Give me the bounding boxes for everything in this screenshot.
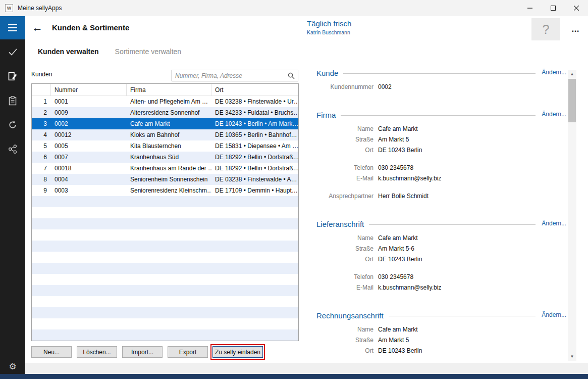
field-value: Am Markt 5-6 [378,245,414,252]
close-icon [574,6,579,11]
more-button[interactable]: … [567,22,584,36]
table-row[interactable]: 400012Kioks am BahnhofDE 10365 • Berlin … [32,129,298,140]
table-row[interactable]: 700018Kranhenhaus am Rande der …DE 18292… [32,163,298,174]
table-row-empty [32,285,298,296]
field-value: Cafe am Markt [378,326,418,333]
search-icon [288,72,295,79]
new-button[interactable]: Neu... [31,346,72,358]
table-row[interactable]: 90003Seniorenresidenz Kleinschm…DE 17109… [32,185,298,196]
maximize-icon [551,6,556,11]
table-row[interactable]: 60007Kranhenhaus SüdDE 18292 • Bellin • … [32,152,298,163]
back-button[interactable]: ← [31,21,43,34]
import-button[interactable]: Import... [122,346,163,358]
table-row-empty [32,307,298,318]
table-row[interactable]: 80004Seniorenheim SonnenscheinDE 03238 •… [32,174,298,185]
settings-gear-icon[interactable]: ⚙ [0,362,25,371]
change-link[interactable]: Ändern... [542,68,566,76]
maximize-button[interactable] [542,0,565,16]
table-row-empty [32,329,298,341]
detail-field: OrtDE 10243 Berlin [316,145,566,155]
document-pen-icon [8,72,18,81]
section-rule [341,115,536,116]
main-content: ← Kunden & Sortimente Täglich frisch Kat… [25,16,588,363]
field-value: k.buschmann@selly.biz [378,284,441,291]
cell-ort: DE 03238 • Finsterwalde • A… [211,174,298,185]
help-button[interactable]: ? [531,18,560,40]
search-input[interactable] [172,70,288,81]
scrollbar-down-arrow[interactable]: ▼ [568,352,576,361]
sidebar-item-share[interactable] [0,137,25,161]
field-label: Name [316,234,373,242]
close-button[interactable] [565,0,588,16]
cell-nummer: 0004 [51,174,127,185]
table-row-selected[interactable]: 30002Cafe am MarktDE 10243 • Berlin • Am… [32,118,298,129]
field-label: Straße [316,245,373,252]
section-header: KundeÄndern... [316,68,566,78]
table-row[interactable]: 10001Alten- und Pflegeheim Am …DE 03238 … [32,96,298,107]
column-header-nummer[interactable]: Nummer [51,84,127,96]
cell-firma: Cafe am Markt [127,118,211,129]
detail-field: Telefon030 2345678 [316,162,566,173]
field-label: Name [316,125,373,132]
detail-field: E-Mailk.buschmann@selly.biz [316,282,566,293]
cell-ort: DE 03238 • Finsterwalde • Ur… [211,96,298,107]
sidebar-item-orders[interactable] [0,88,25,113]
section-title: Rechnungsanschrift [316,311,384,321]
column-header-index[interactable] [32,84,51,96]
delete-button[interactable]: Löschen... [77,346,117,358]
field-label: Ansprechpartner [316,193,373,200]
change-link[interactable]: Ändern... [542,311,566,319]
cell-index: 3 [32,118,51,129]
customer-table-body: 10001Alten- und Pflegeheim Am …DE 03238 … [32,96,298,341]
field-value: DE 10243 Berlin [378,347,422,354]
section-rule [369,224,536,225]
cell-index: 9 [32,185,51,196]
cell-index: 2 [32,107,51,118]
change-link[interactable]: Ändern... [542,219,566,227]
table-header: Nummer Firma Ort [32,84,298,96]
app-icon-letter: W [7,6,12,11]
minimize-button[interactable] [518,0,542,16]
section-header: RechnungsanschriftÄndern... [316,311,566,321]
cell-ort: DE 15831 • Diepensee • Am … [211,140,298,152]
table-row[interactable]: 20009Altersresidenz SonnenhofDE 34233 • … [32,107,298,118]
tab-bar: Kunden verwalten Sortimente verwalten [38,48,181,56]
hamburger-menu-button[interactable] [0,16,25,39]
tab-sortimente-verwalten[interactable]: Sortimente verwalten [115,48,182,56]
invite-to-selly-button[interactable]: Zu selly einladen [212,346,263,358]
field-value: Herr Bolle Schmidt [378,193,429,200]
table-row-empty [32,252,298,263]
change-link[interactable]: Ändern... [542,110,566,118]
sidebar-item-tasks[interactable] [0,40,25,64]
detail-field: OrtDE 10243 Berlin [316,254,566,264]
cell-firma: Altersresidenz Sonnenhof [127,107,211,118]
sidebar-item-sync[interactable] [0,113,25,137]
section-title: Kunde [316,68,338,78]
field-value: Cafe am Markt [378,125,418,132]
cell-firma: Kranhenhaus Süd [127,152,211,163]
table-row-empty [32,229,298,241]
field-group: AnsprechpartnerHerr Bolle Schmidt [316,191,566,201]
table-row[interactable]: 50005Kita BlausternchenDE 15831 • Diepen… [32,140,298,152]
hamburger-icon [8,24,17,31]
sidebar-nav [0,40,25,161]
cell-index: 5 [32,140,51,152]
tab-kunden-verwalten[interactable]: Kunden verwalten [38,48,99,56]
field-label: Ort [316,256,373,263]
app-icon: W [5,4,13,12]
scrollbar-up-arrow[interactable]: ▲ [568,70,576,78]
cell-nummer: 0002 [51,118,127,129]
section-rule [389,316,536,316]
scrollbar-thumb[interactable] [568,79,576,122]
sidebar-item-customers[interactable] [0,64,25,88]
detail-field: StraßeAm Markt 5-6 [316,243,566,254]
detail-scrollbar[interactable]: ▲ ▼ [568,70,576,361]
cell-firma: Seniorenheim Sonnenschein [127,174,211,185]
cell-nummer: 0009 [51,107,127,118]
cell-index: 6 [32,152,51,163]
cell-nummer: 0003 [51,185,127,196]
column-header-firma[interactable]: Firma [127,84,211,96]
cell-index: 7 [32,163,51,174]
column-header-ort[interactable]: Ort [211,84,298,96]
export-button[interactable]: Export [168,346,208,358]
